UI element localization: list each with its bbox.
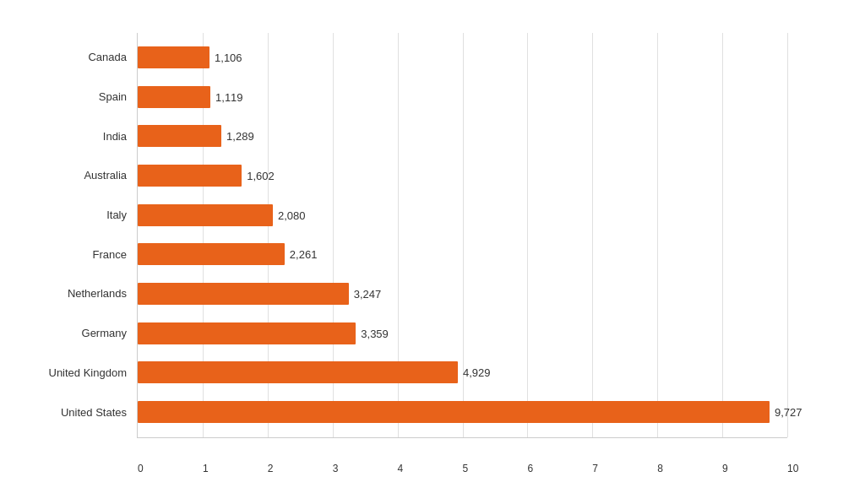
chart-container: CanadaSpainIndiaAustraliaItalyFranceNeth… <box>27 16 838 489</box>
bar: 2,080 <box>138 204 273 226</box>
bar-value-label: 4,929 <box>463 366 491 379</box>
y-axis-country-label: Australia <box>28 161 133 190</box>
bar-row: 9,727 <box>138 398 787 426</box>
bar: 4,929 <box>138 361 458 383</box>
bar: 1,106 <box>138 46 209 68</box>
grid-line <box>787 33 788 437</box>
y-axis-country-label: Germany <box>28 319 133 348</box>
bar-row: 3,247 <box>138 279 787 308</box>
bar: 9,727 <box>138 401 770 423</box>
bar: 3,359 <box>138 322 356 344</box>
y-axis-country-label: Netherlands <box>28 279 133 308</box>
bar: 3,247 <box>138 283 349 305</box>
y-axis-country-label: India <box>28 122 133 150</box>
y-axis-country-label: Canada <box>28 43 133 72</box>
bar-row: 1,106 <box>138 43 787 72</box>
y-axis-country-label: Spain <box>28 83 133 111</box>
bar: 1,602 <box>138 165 242 187</box>
bar-row: 2,261 <box>138 240 787 268</box>
bar-value-label: 2,261 <box>290 248 318 261</box>
bar-row: 1,119 <box>138 83 787 111</box>
bar-value-label: 1,289 <box>226 130 254 143</box>
chart-area: CanadaSpainIndiaAustraliaItalyFranceNeth… <box>137 33 787 438</box>
bars-wrapper: 1,1061,1191,2891,6022,0802,2613,2473,359… <box>138 33 787 437</box>
y-axis-country-label: United Kingdom <box>28 358 133 387</box>
bar-value-label: 3,359 <box>361 327 389 339</box>
bar: 1,119 <box>138 86 210 108</box>
bar-row: 2,080 <box>138 201 787 230</box>
bar: 1,289 <box>138 125 221 147</box>
bar-value-label: 1,602 <box>247 169 275 182</box>
y-axis-country-label: United States <box>28 398 133 426</box>
y-axis-labels: CanadaSpainIndiaAustraliaItalyFranceNeth… <box>28 33 133 437</box>
bar-value-label: 1,106 <box>215 51 242 63</box>
y-axis-country-label: France <box>28 240 133 268</box>
bar-value-label: 1,119 <box>215 90 243 103</box>
bar-row: 3,359 <box>138 319 787 348</box>
bar-value-label: 3,247 <box>354 287 382 300</box>
bar: 2,261 <box>138 243 285 265</box>
bar-row: 4,929 <box>138 358 787 387</box>
bar-value-label: 2,080 <box>278 209 306 221</box>
bar-row: 1,602 <box>138 161 787 190</box>
bar-row: 1,289 <box>138 122 787 150</box>
bar-value-label: 9,727 <box>775 406 802 419</box>
y-axis-country-label: Italy <box>28 201 133 230</box>
